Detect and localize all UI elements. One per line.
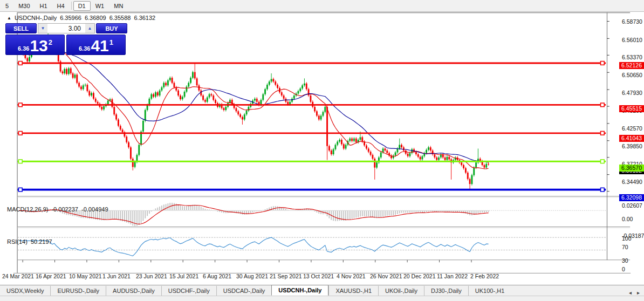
chart-window: ▲ USDCNH-,Daily 6.35966 6.36809 6.35588 …	[0, 12, 644, 285]
buy-button[interactable]: BUY	[96, 23, 127, 33]
chart-tab-usdcnh-daily[interactable]: USDCNH-,Daily	[271, 285, 328, 296]
sell-price-box[interactable]: 6.36 13 2	[5, 35, 65, 55]
chart-tab-usdcad-daily[interactable]: USDCAD-,Daily	[216, 286, 272, 296]
sell-price-pip: 2	[49, 38, 52, 46]
chart-tab-xauusd-h1[interactable]: XAUUSD-,H1	[328, 286, 378, 296]
timeframe-mn[interactable]: MN	[109, 1, 128, 11]
sell-price-prefix: 6.36	[18, 45, 29, 52]
buy-price-big: 41	[91, 38, 108, 54]
chart-tab-ukoil-daily[interactable]: UKOil-,Daily	[378, 286, 424, 296]
buy-price-box[interactable]: 6.36 41 1	[66, 35, 126, 55]
timeframe-5[interactable]: 5	[1, 1, 13, 11]
timeframe-h4[interactable]: H4	[52, 1, 70, 11]
chart-tab-usdchf-daily[interactable]: USDCHF-,Daily	[161, 286, 216, 296]
timeframe-toolbar: 5M30H1H4D1W1MN	[0, 0, 644, 12]
timeframe-d1[interactable]: D1	[73, 1, 91, 11]
chart-tab-bar: USDX,WeeklyEURUSD-,DailyAUDUSD-,DailyUSD…	[0, 285, 644, 296]
chart-tab-usdx-weekly[interactable]: USDX,Weekly	[0, 286, 50, 296]
timeframe-w1[interactable]: W1	[91, 1, 109, 11]
volume-input[interactable]	[47, 24, 85, 33]
chart-tab-dj30-daily[interactable]: DJ30-,Daily	[424, 286, 468, 296]
buy-price-prefix: 6.36	[79, 45, 90, 52]
one-click-trading-panel: SELL ▼ ▲ BUY 6.36 13 2 6.36	[5, 23, 127, 55]
volume-stepper: ▼ ▲	[38, 23, 95, 33]
timeframe-h1[interactable]: H1	[35, 1, 52, 11]
tab-scroll-left-icon[interactable]: ◂	[629, 290, 632, 296]
status-strip	[0, 296, 644, 301]
trading-terminal: 5M30H1H4D1W1MN ▲ USDCNH-,Daily 6.35966 6…	[0, 0, 644, 301]
buy-price-pip: 1	[109, 38, 113, 46]
chart-tab-eurusd-daily[interactable]: EURUSD-,Daily	[50, 286, 106, 296]
volume-decrease-button[interactable]: ▼	[38, 24, 47, 33]
chart-tab-audusd-daily[interactable]: AUDUSD-,Daily	[106, 286, 161, 296]
toolbar-separator	[71, 2, 72, 10]
tab-scroll-right-icon[interactable]: ▸	[637, 290, 640, 296]
tab-scroll-arrows: ◂▸	[629, 290, 644, 296]
sell-price-big: 13	[30, 38, 47, 54]
timeframe-m30[interactable]: M30	[13, 1, 35, 11]
volume-increase-button[interactable]: ▲	[85, 24, 94, 33]
sell-button[interactable]: SELL	[5, 23, 37, 33]
chart-tab-uk100-h1[interactable]: UK100-,H1	[468, 286, 511, 296]
